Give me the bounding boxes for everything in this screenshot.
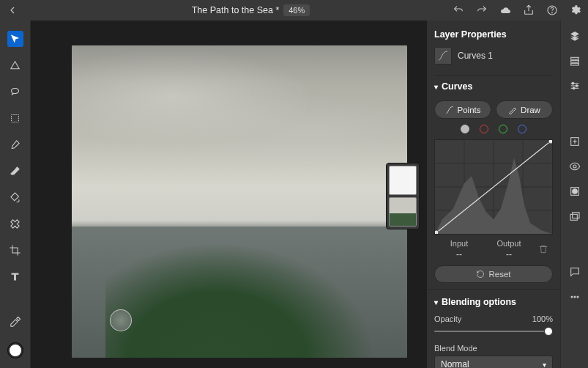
help-button[interactable] xyxy=(546,4,559,17)
top-bar: The Path to the Sea * 46% xyxy=(0,0,588,21)
healing-tool[interactable] xyxy=(7,216,23,232)
svg-point-32 xyxy=(577,296,578,298)
svg-point-11 xyxy=(435,230,439,234)
right-rail xyxy=(560,21,588,368)
channel-red[interactable] xyxy=(480,125,488,133)
lasso-tool[interactable] xyxy=(7,84,23,100)
left-toolbar xyxy=(0,21,31,368)
opacity-slider[interactable] xyxy=(434,326,553,336)
panel-title: Layer Properties xyxy=(434,26,553,45)
svg-point-19 xyxy=(572,82,574,84)
output-label: Output xyxy=(484,239,534,248)
blending-section-header[interactable]: ▾ Blending options xyxy=(434,294,553,310)
clip-icon[interactable] xyxy=(568,210,581,223)
reset-button[interactable]: Reset xyxy=(434,265,553,283)
input-value: -- xyxy=(434,249,484,260)
channel-blue[interactable] xyxy=(518,125,526,133)
active-layer-row[interactable]: Curves 1 xyxy=(434,45,553,72)
chevron-down-icon: ▾ xyxy=(434,298,438,306)
svg-point-21 xyxy=(573,87,575,89)
svg-rect-14 xyxy=(570,60,578,62)
share-button[interactable] xyxy=(522,4,535,17)
main-area: Layer Properties Curves 1 ▾ Curves Point… xyxy=(0,21,588,368)
channel-selector xyxy=(434,125,553,133)
svg-rect-15 xyxy=(570,63,578,65)
redo-button[interactable] xyxy=(475,4,488,17)
svg-point-30 xyxy=(571,296,573,298)
properties-panel: Layer Properties Curves 1 ▾ Curves Point… xyxy=(427,21,560,368)
blend-mode-select[interactable]: Normal ▾ xyxy=(434,356,553,368)
move-tool[interactable] xyxy=(7,31,23,47)
svg-point-25 xyxy=(573,165,576,168)
svg-rect-3 xyxy=(12,114,19,122)
fill-tool[interactable] xyxy=(7,189,23,205)
layer-thumbnail[interactable] xyxy=(389,197,417,227)
delete-point-button[interactable] xyxy=(534,239,553,260)
output-value: -- xyxy=(484,249,534,260)
curves-icon xyxy=(434,47,452,65)
brush-tool[interactable] xyxy=(7,136,23,152)
type-tool[interactable] xyxy=(7,268,23,284)
svg-rect-28 xyxy=(570,214,577,220)
zoom-level[interactable]: 46% xyxy=(283,4,310,16)
canvas[interactable] xyxy=(31,21,427,368)
transform-tool[interactable] xyxy=(7,57,23,73)
cloud-icon[interactable] xyxy=(499,4,512,17)
properties-panel-icon[interactable] xyxy=(568,79,581,92)
blending-section-title: Blending options xyxy=(442,297,516,307)
back-button[interactable] xyxy=(6,4,19,17)
input-output-row: Input -- Output -- xyxy=(434,239,553,260)
curves-section-title: Curves xyxy=(442,81,472,92)
svg-point-27 xyxy=(572,189,577,194)
layer-thumbnails-popup[interactable] xyxy=(386,163,420,229)
draw-label: Draw xyxy=(521,106,540,114)
settings-button[interactable] xyxy=(569,4,582,17)
comments-icon[interactable] xyxy=(568,265,581,279)
add-layer-button[interactable] xyxy=(568,135,581,148)
layer-name-label: Curves 1 xyxy=(458,51,493,61)
eraser-tool[interactable] xyxy=(7,163,23,179)
brush-preview-circle xyxy=(110,309,132,331)
mask-thumbnail[interactable] xyxy=(389,166,417,195)
document-title: The Path to the Sea * xyxy=(192,5,280,15)
chevron-down-icon: ▾ xyxy=(434,83,438,91)
svg-point-12 xyxy=(548,140,552,144)
adjustments-panel-icon[interactable] xyxy=(568,54,581,67)
svg-point-2 xyxy=(552,12,553,13)
svg-rect-13 xyxy=(570,57,578,59)
curves-points-button[interactable]: Points xyxy=(434,100,491,119)
curves-graph[interactable] xyxy=(434,139,553,235)
svg-point-31 xyxy=(574,296,576,298)
svg-point-20 xyxy=(576,85,578,87)
reset-label: Reset xyxy=(488,270,510,279)
more-icon[interactable] xyxy=(568,290,581,303)
visibility-icon[interactable] xyxy=(568,160,581,173)
mask-icon[interactable] xyxy=(568,185,581,198)
svg-rect-29 xyxy=(572,213,578,218)
layers-panel-icon[interactable] xyxy=(568,29,581,43)
selection-tool[interactable] xyxy=(7,110,23,126)
input-label: Input xyxy=(434,239,484,248)
curves-draw-button[interactable]: Draw xyxy=(496,100,553,119)
blend-mode-label: Blend Mode xyxy=(434,344,553,353)
curves-section-header[interactable]: ▾ Curves xyxy=(434,75,553,95)
opacity-label: Opacity xyxy=(434,314,461,323)
blend-mode-value: Normal xyxy=(441,359,469,368)
crop-tool[interactable] xyxy=(7,242,23,258)
chevron-down-icon: ▾ xyxy=(543,361,546,369)
foreground-color[interactable] xyxy=(8,343,23,358)
eyedropper-tool[interactable] xyxy=(7,314,23,330)
channel-green[interactable] xyxy=(499,125,507,133)
channel-rgb[interactable] xyxy=(461,125,469,133)
opacity-value: 100% xyxy=(532,314,553,323)
points-label: Points xyxy=(458,106,481,114)
undo-button[interactable] xyxy=(452,4,465,17)
